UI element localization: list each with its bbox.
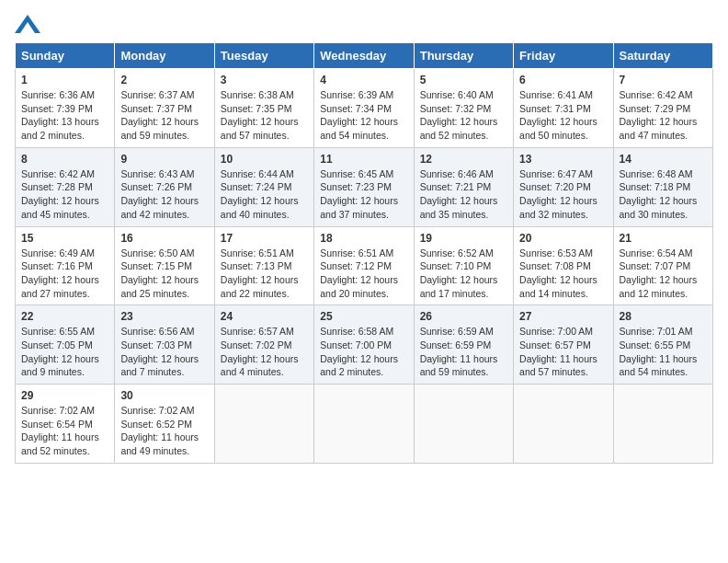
calendar-week-row: 1 Sunrise: 6:36 AM Sunset: 7:39 PM Dayli… — [16, 69, 713, 148]
sunset: Sunset: 7:10 PM — [420, 260, 492, 271]
calendar-cell: 27 Sunrise: 7:00 AM Sunset: 6:57 PM Dayl… — [514, 305, 613, 385]
day-info: Sunrise: 6:50 AM Sunset: 7:15 PM Dayligh… — [120, 247, 208, 301]
daylight: Daylight: 12 hours and 52 minutes. — [420, 116, 498, 141]
sunset: Sunset: 7:29 PM — [620, 103, 691, 114]
sunset: Sunset: 7:07 PM — [620, 260, 691, 271]
calendar-cell: 23 Sunrise: 6:56 AM Sunset: 7:03 PM Dayl… — [115, 305, 214, 385]
day-number: 10 — [221, 153, 308, 166]
day-number: 7 — [620, 74, 707, 86]
sunrise: Sunrise: 6:56 AM — [120, 326, 194, 337]
sunrise: Sunrise: 6:54 AM — [620, 247, 693, 259]
calendar-cell: 29 Sunrise: 7:02 AM Sunset: 6:54 PM Dayl… — [16, 385, 115, 464]
daylight: Daylight: 12 hours and 35 minutes. — [420, 195, 498, 220]
day-number: 13 — [519, 153, 607, 166]
day-info: Sunrise: 6:41 AM Sunset: 7:31 PM Dayligh… — [519, 88, 607, 143]
calendar-cell: 1 Sunrise: 6:36 AM Sunset: 7:39 PM Dayli… — [16, 69, 115, 148]
calendar-cell: 7 Sunrise: 6:42 AM Sunset: 7:29 PM Dayli… — [613, 69, 712, 148]
day-number: 19 — [420, 232, 507, 245]
sunset: Sunset: 7:12 PM — [320, 260, 392, 271]
calendar-cell: 5 Sunrise: 6:40 AM Sunset: 7:32 PM Dayli… — [414, 69, 513, 148]
sunset: Sunset: 7:26 PM — [120, 181, 192, 192]
daylight: Daylight: 11 hours and 59 minutes. — [420, 353, 498, 378]
sunrise: Sunrise: 6:38 AM — [221, 89, 294, 100]
day-info: Sunrise: 6:39 AM Sunset: 7:34 PM Dayligh… — [320, 88, 407, 143]
calendar-cell: 9 Sunrise: 6:43 AM Sunset: 7:26 PM Dayli… — [115, 147, 214, 226]
daylight: Daylight: 12 hours and 17 minutes. — [420, 274, 498, 299]
day-info: Sunrise: 6:58 AM Sunset: 7:00 PM Dayligh… — [320, 325, 407, 379]
day-number: 14 — [620, 153, 707, 166]
day-header-thursday: Thursday — [414, 43, 513, 69]
calendar-week-row: 22 Sunrise: 6:55 AM Sunset: 7:05 PM Dayl… — [16, 305, 713, 385]
day-info: Sunrise: 6:55 AM Sunset: 7:05 PM Dayligh… — [21, 325, 108, 379]
day-info: Sunrise: 7:02 AM Sunset: 6:54 PM Dayligh… — [21, 404, 108, 458]
calendar-cell — [514, 385, 613, 464]
day-info: Sunrise: 6:51 AM Sunset: 7:13 PM Dayligh… — [221, 247, 308, 301]
daylight: Daylight: 12 hours and 45 minutes. — [21, 195, 99, 220]
day-number: 30 — [120, 389, 208, 402]
sunrise: Sunrise: 6:50 AM — [120, 247, 194, 259]
sunrise: Sunrise: 7:00 AM — [519, 326, 593, 337]
sunset: Sunset: 7:20 PM — [519, 181, 591, 192]
day-info: Sunrise: 6:51 AM Sunset: 7:12 PM Dayligh… — [320, 247, 407, 301]
day-number: 12 — [420, 153, 507, 166]
day-info: Sunrise: 6:53 AM Sunset: 7:08 PM Dayligh… — [519, 247, 607, 301]
day-info: Sunrise: 6:44 AM Sunset: 7:24 PM Dayligh… — [221, 167, 308, 222]
daylight: Daylight: 12 hours and 2 minutes. — [320, 353, 398, 378]
day-number: 8 — [21, 153, 108, 166]
day-number: 24 — [221, 310, 308, 323]
sunrise: Sunrise: 6:49 AM — [21, 247, 95, 259]
daylight: Daylight: 12 hours and 9 minutes. — [21, 353, 99, 378]
calendar-cell: 30 Sunrise: 7:02 AM Sunset: 6:52 PM Dayl… — [115, 385, 214, 464]
sunrise: Sunrise: 6:37 AM — [120, 89, 194, 100]
sunrise: Sunrise: 6:42 AM — [21, 168, 95, 179]
sunrise: Sunrise: 6:43 AM — [120, 168, 194, 179]
calendar-cell — [314, 385, 414, 464]
day-header-wednesday: Wednesday — [314, 43, 414, 69]
day-number: 25 — [320, 310, 407, 323]
calendar-week-row: 29 Sunrise: 7:02 AM Sunset: 6:54 PM Dayl… — [16, 385, 713, 464]
day-info: Sunrise: 6:49 AM Sunset: 7:16 PM Dayligh… — [21, 247, 108, 301]
calendar-cell: 18 Sunrise: 6:51 AM Sunset: 7:12 PM Dayl… — [314, 226, 414, 305]
day-info: Sunrise: 6:38 AM Sunset: 7:35 PM Dayligh… — [221, 88, 308, 143]
sunset: Sunset: 7:05 PM — [21, 339, 93, 350]
day-number: 18 — [320, 232, 407, 245]
daylight: Daylight: 12 hours and 47 minutes. — [620, 116, 698, 141]
calendar-cell: 17 Sunrise: 6:51 AM Sunset: 7:13 PM Dayl… — [214, 226, 313, 305]
sunset: Sunset: 7:37 PM — [120, 103, 192, 114]
day-number: 11 — [320, 153, 407, 166]
calendar-cell: 6 Sunrise: 6:41 AM Sunset: 7:31 PM Dayli… — [514, 69, 613, 148]
calendar-cell: 14 Sunrise: 6:48 AM Sunset: 7:18 PM Dayl… — [613, 147, 712, 226]
sunrise: Sunrise: 6:47 AM — [519, 168, 593, 179]
day-number: 22 — [21, 310, 108, 323]
calendar-cell: 3 Sunrise: 6:38 AM Sunset: 7:35 PM Dayli… — [214, 69, 313, 148]
sunrise: Sunrise: 6:57 AM — [221, 326, 294, 337]
day-info: Sunrise: 6:36 AM Sunset: 7:39 PM Dayligh… — [21, 88, 108, 143]
calendar-cell: 13 Sunrise: 6:47 AM Sunset: 7:20 PM Dayl… — [514, 147, 613, 226]
day-number: 9 — [120, 153, 208, 166]
day-info: Sunrise: 7:00 AM Sunset: 6:57 PM Dayligh… — [519, 325, 607, 379]
day-info: Sunrise: 7:02 AM Sunset: 6:52 PM Dayligh… — [120, 404, 208, 458]
day-number: 21 — [620, 232, 707, 245]
daylight: Daylight: 12 hours and 20 minutes. — [320, 274, 398, 299]
calendar-week-row: 15 Sunrise: 6:49 AM Sunset: 7:16 PM Dayl… — [16, 226, 713, 305]
sunset: Sunset: 6:54 PM — [21, 419, 93, 430]
logo — [15, 15, 44, 33]
daylight: Daylight: 12 hours and 50 minutes. — [519, 116, 597, 141]
day-number: 15 — [21, 232, 108, 245]
day-number: 17 — [221, 232, 308, 245]
sunset: Sunset: 7:13 PM — [221, 260, 292, 271]
sunset: Sunset: 6:52 PM — [120, 419, 192, 430]
calendar-cell: 11 Sunrise: 6:45 AM Sunset: 7:23 PM Dayl… — [314, 147, 414, 226]
sunset: Sunset: 6:57 PM — [519, 339, 591, 350]
day-info: Sunrise: 6:42 AM Sunset: 7:29 PM Dayligh… — [620, 88, 707, 143]
daylight: Daylight: 12 hours and 7 minutes. — [120, 353, 199, 378]
daylight: Daylight: 12 hours and 27 minutes. — [21, 274, 99, 299]
sunrise: Sunrise: 6:55 AM — [21, 326, 95, 337]
sunset: Sunset: 6:59 PM — [420, 339, 492, 350]
day-header-sunday: Sunday — [16, 43, 115, 69]
day-number: 6 — [519, 74, 607, 86]
day-info: Sunrise: 7:01 AM Sunset: 6:55 PM Dayligh… — [620, 325, 707, 379]
sunset: Sunset: 7:02 PM — [221, 339, 292, 350]
calendar-cell: 10 Sunrise: 6:44 AM Sunset: 7:24 PM Dayl… — [214, 147, 313, 226]
daylight: Daylight: 12 hours and 12 minutes. — [620, 274, 698, 299]
